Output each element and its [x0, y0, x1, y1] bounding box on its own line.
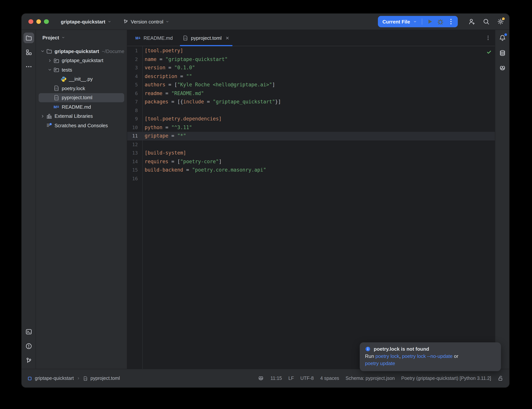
line-number[interactable]: 16	[127, 174, 138, 183]
breadcrumb-pyproject-toml[interactable]: pyproject.toml	[91, 376, 120, 381]
link-poetry-update[interactable]: poetry update	[365, 360, 395, 366]
tab-pyproject-toml[interactable]: [T]pyproject.toml	[178, 30, 235, 46]
code-line-5[interactable]: 5authors = ["Kyle Roche <hello@griptape.…	[127, 81, 495, 89]
code-line-12[interactable]: 12	[127, 140, 495, 149]
tab-options-kebab-icon[interactable]	[485, 35, 491, 41]
tree-item-tests[interactable]: tests	[39, 65, 124, 74]
line-text: description = ""	[138, 72, 192, 81]
line-number[interactable]: 5	[127, 81, 138, 89]
line-number[interactable]: 4	[127, 72, 138, 81]
run-button[interactable]	[426, 18, 433, 25]
user-add-icon	[468, 18, 475, 25]
search-everywhere-button[interactable]	[483, 18, 490, 25]
code-line-7[interactable]: 7packages = [{include = "griptape_quicks…	[127, 98, 495, 106]
interpreter-widget[interactable]: Poetry (griptape-quickstart) [Python 3.1…	[401, 376, 491, 381]
tab-readme-md[interactable]: MREADME.md	[130, 30, 178, 46]
toml-icon: [T]	[83, 376, 88, 381]
more-tools-button[interactable]	[23, 61, 34, 72]
settings-button[interactable]	[497, 18, 504, 25]
debug-button[interactable]	[437, 18, 444, 25]
line-text	[138, 106, 145, 115]
code-with-me-button[interactable]	[468, 18, 475, 25]
tree-item-scratches-and-consoles[interactable]: Scratches and Consoles	[39, 121, 124, 130]
project-tool-button[interactable]	[23, 33, 34, 43]
line-text: readme = "README.md"	[138, 89, 204, 98]
breadcrumb-griptape-quickstart[interactable]: griptape-quickstart	[35, 376, 74, 381]
window-controls	[28, 19, 49, 24]
copilot-status-icon[interactable]	[258, 375, 264, 381]
toml-icon: [T]	[183, 35, 188, 41]
svg-text:M: M	[135, 36, 138, 40]
database-tool-button[interactable]	[497, 48, 508, 58]
database-icon	[499, 50, 506, 56]
terminal-tool-button[interactable]	[23, 326, 34, 337]
info-icon	[365, 346, 371, 352]
code-line-8[interactable]: 8	[127, 106, 495, 115]
tree-item-pyproject-toml[interactable]: [T]pyproject.toml	[39, 93, 124, 102]
code-line-6[interactable]: 6readme = "README.md"	[127, 89, 495, 98]
structure-tool-button[interactable]	[23, 47, 34, 57]
line-number[interactable]: 1	[127, 46, 138, 55]
encoding-widget[interactable]: UTF-8	[300, 376, 314, 381]
line-number[interactable]: 15	[127, 166, 138, 174]
clock-widget[interactable]: 11:15	[271, 376, 282, 381]
more-run-options-button[interactable]	[447, 18, 455, 25]
line-number[interactable]: 12	[127, 140, 138, 149]
tree-item-readme-md[interactable]: MREADME.md	[39, 102, 124, 112]
tree-item-poetry-lock[interactable]: [T]poetry.lock	[39, 84, 124, 93]
line-number[interactable]: 10	[127, 123, 138, 132]
link-poetry-lock[interactable]: poetry lock	[376, 353, 399, 359]
project-panel-header[interactable]: Project	[36, 30, 127, 45]
code-line-16[interactable]: 16	[127, 174, 495, 183]
close-icon[interactable]	[225, 35, 230, 40]
tree-item-init-py[interactable]: __init__.py	[39, 74, 124, 84]
code-line-2[interactable]: 2name = "griptape-quickstart"	[127, 55, 495, 64]
code-line-4[interactable]: 4description = ""	[127, 72, 495, 81]
code-line-15[interactable]: 15build-backend = "poetry.core.masonry.a…	[127, 166, 495, 174]
code-line-9[interactable]: 9[tool.poetry.dependencies]	[127, 115, 495, 123]
line-text: griptape = "*"	[138, 132, 186, 140]
code-line-1[interactable]: 1[tool.poetry]	[127, 46, 495, 55]
line-number[interactable]: 14	[127, 157, 138, 166]
chevron-down-icon	[413, 20, 417, 23]
line-number[interactable]: 8	[127, 106, 138, 115]
code-line-13[interactable]: 13[build-system]	[127, 149, 495, 157]
code-line-3[interactable]: 3version = "0.1.0"	[127, 64, 495, 72]
close-window-button[interactable]	[28, 19, 33, 24]
write-access-widget[interactable]	[497, 375, 504, 381]
version-control-tool-button[interactable]	[23, 355, 34, 366]
line-number[interactable]: 6	[127, 89, 138, 98]
toml-icon: [T]	[53, 85, 59, 92]
problems-tool-button[interactable]	[23, 341, 34, 352]
code-line-10[interactable]: 10python = "^3.11"	[127, 123, 495, 132]
line-number[interactable]: 2	[127, 55, 138, 64]
project-switcher[interactable]: griptape-quickstart	[58, 17, 115, 26]
tree-item-external-libraries[interactable]: External Libraries	[39, 112, 124, 121]
line-number[interactable]: 7	[127, 98, 138, 106]
ai-assistant-tool-button[interactable]	[497, 63, 508, 74]
line-number[interactable]: 9	[127, 115, 138, 123]
line-separator-widget[interactable]: LF	[288, 376, 294, 381]
inspections-check-icon[interactable]	[486, 50, 492, 55]
zoom-window-button[interactable]	[44, 19, 49, 24]
line-number[interactable]: 11	[127, 132, 138, 140]
tree-item-griptape-quickstart[interactable]: griptape-quickstart~/Docume	[39, 46, 124, 56]
editor[interactable]: 1[tool.poetry]2name = "griptape-quicksta…	[127, 46, 495, 369]
run-config-selector[interactable]: Current File	[382, 19, 410, 24]
notifications-button[interactable]	[497, 33, 508, 43]
vcs-widget[interactable]: Version control	[121, 17, 173, 26]
code-line-14[interactable]: 14requires = ["poetry-core"]	[127, 157, 495, 166]
tree-item-griptape-quickstart[interactable]: griptape_quickstart	[39, 56, 124, 65]
notification-popup: poetry.lock is not found Run poetry lock…	[360, 342, 501, 371]
line-text	[138, 174, 145, 183]
link-poetry-lock-no-update[interactable]: poetry lock --no-update	[402, 353, 452, 359]
tree-item-label: Scratches and Consoles	[55, 123, 108, 128]
json-schema-widget[interactable]: Schema: pyproject.json	[346, 376, 395, 381]
minimize-window-button[interactable]	[36, 19, 41, 24]
line-number[interactable]: 13	[127, 149, 138, 157]
indent-widget[interactable]: 4 spaces	[320, 376, 339, 381]
project-marker-icon	[27, 376, 32, 381]
project-name: griptape-quickstart	[61, 19, 105, 24]
code-line-11[interactable]: 11griptape = "*"	[127, 132, 495, 140]
line-number[interactable]: 3	[127, 64, 138, 72]
